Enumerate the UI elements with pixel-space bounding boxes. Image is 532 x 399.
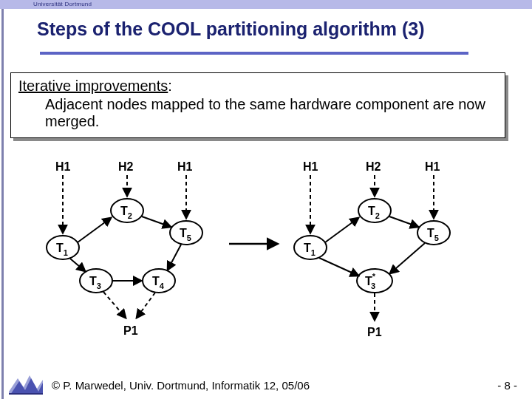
logo-icon (9, 372, 43, 395)
left-hw1-label: H1 (55, 160, 71, 173)
left-dash-t4-p1 (137, 293, 155, 318)
content-textbox: Iterative improvements: Adjacent nodes m… (10, 72, 505, 138)
left-accent-line (1, 0, 4, 399)
slide: Universität Dortmund Steps of the COOL p… (0, 0, 532, 399)
right-hw3-label: H1 (425, 160, 440, 173)
textbox-colon: : (168, 78, 172, 94)
page-number: - 8 - (497, 379, 517, 392)
right-edge-t5-t3star (390, 243, 425, 273)
left-edge-t5-t4 (168, 245, 181, 270)
right-edge-t2-t5 (389, 216, 418, 227)
title-underline (40, 52, 468, 55)
right-edge-t1-t2 (325, 218, 358, 242)
svg-rect-2 (9, 393, 43, 395)
university-label: Universität Dortmund (33, 0, 92, 9)
left-edge-t1-t2 (78, 218, 111, 242)
left-hw2-label: H2 (118, 160, 134, 173)
right-hw1-label: H1 (303, 160, 318, 173)
slide-title: Steps of the COOL partitioning algorithm… (37, 18, 517, 40)
footer-author: © P. Marwedel, Univ. Dortmund, Informati… (52, 379, 310, 392)
graph-diagram: H1 H2 H1 T2 T1 T5 T3 T4 (41, 159, 484, 351)
right-proc-label: P1 (367, 326, 382, 338)
right-edge-t1-t3star (319, 258, 358, 276)
left-dash-t3-p1 (103, 292, 126, 318)
left-edge-t2-t5 (142, 216, 171, 227)
textbox-heading: Iterative improvements: (18, 78, 497, 95)
textbox-heading-underlined: Iterative improvements (18, 78, 168, 94)
textbox-body: Adjacent nodes mapped to the same hardwa… (45, 96, 497, 130)
left-edge-t1-t3 (70, 259, 85, 271)
right-graph-group: H1 H2 H1 T2 T1 T5 T*3 (294, 160, 450, 338)
right-hw2-label: H2 (366, 160, 381, 173)
left-hw3-label: H1 (177, 160, 193, 173)
left-proc-label: P1 (123, 324, 138, 337)
